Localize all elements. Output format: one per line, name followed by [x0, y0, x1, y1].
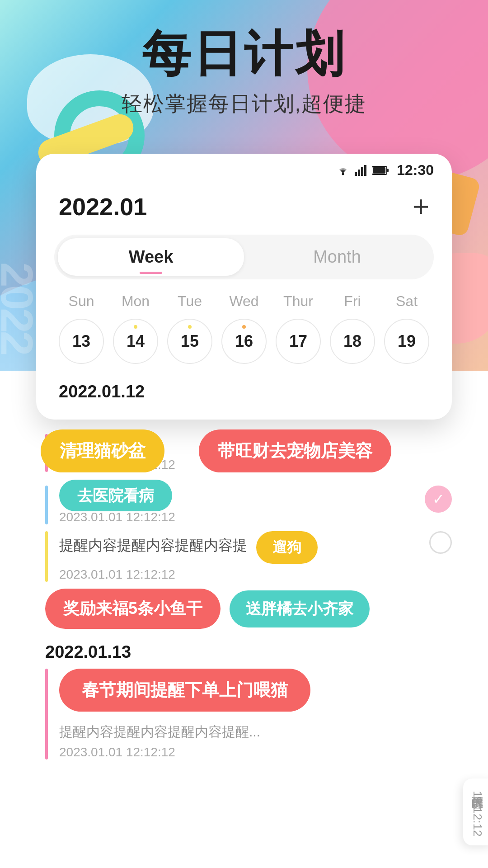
svg-rect-4	[364, 165, 366, 176]
date-15[interactable]: 15	[167, 319, 212, 364]
right-side-card: 醒内容提醒 12:12:12	[463, 778, 488, 845]
tab-month[interactable]: Month	[244, 238, 430, 276]
status-bar: 12:30	[36, 154, 452, 183]
task-item-spring: 春节期间提醒下单上门喂猫 提醒内容提醒内容提醒内容提醒... 2023.01.0…	[36, 669, 452, 760]
section-date-1: 2022.01.12	[36, 373, 452, 406]
svg-rect-7	[373, 167, 385, 174]
dot-15	[188, 325, 192, 329]
svg-rect-3	[361, 167, 363, 176]
status-time: 12:30	[397, 162, 434, 179]
signal-icon	[355, 165, 367, 176]
task-content-2: 去医院看病 2023.01.01 12:12:12	[59, 486, 416, 524]
add-event-button[interactable]: +	[413, 192, 429, 221]
tag-reward-fish[interactable]: 奖励来福5条小鱼干	[45, 589, 221, 629]
weekday-headers: Sun Mon Tue Wed Thur Fri Sat	[36, 284, 452, 314]
task-line-2	[45, 486, 48, 524]
calendar-header: 2022.01 +	[36, 183, 452, 230]
dot-14	[134, 325, 137, 329]
tag-pet-grooming[interactable]: 带旺财去宠物店美容	[199, 429, 391, 472]
tag-hospital[interactable]: 去医院看病	[59, 480, 172, 511]
calendar-tabs: Week Month	[54, 235, 434, 279]
task-line-spring	[45, 669, 48, 760]
task-content-3: 提醒内容提醒内容提醒内容提 遛狗 2023.01.01 12:12:12	[59, 531, 420, 582]
dates-row: 13 14 15 16 17 18 19	[36, 314, 452, 373]
date-18[interactable]: 18	[330, 319, 375, 364]
task-meta-3: 2023.01.01 12:12:12	[59, 567, 420, 582]
weekday-tue: Tue	[167, 293, 212, 310]
tags-row: 奖励来福5条小鱼干 送胖橘去小齐家	[36, 589, 452, 629]
task-line-3	[45, 531, 48, 582]
wifi-icon	[336, 165, 350, 176]
date-19[interactable]: 19	[384, 319, 429, 364]
hero-title: 每日计划	[0, 27, 488, 81]
hero-section: 每日计划 轻松掌握每日计划,超便捷	[0, 27, 488, 118]
tag-walk-dog[interactable]: 遛狗	[256, 531, 318, 564]
status-icons	[336, 165, 390, 176]
svg-rect-2	[358, 170, 360, 176]
phone-card: 12:30 2022.01 + Week Month Sun Mon Tue W…	[36, 154, 452, 420]
tag-send-orange[interactable]: 送胖橘去小齐家	[230, 590, 370, 627]
tab-week[interactable]: Week	[58, 238, 244, 276]
content-area: 容提醒内 2023.01.01 12:12:12 去医院看病 2023.01.0…	[36, 434, 452, 773]
task-sub-spring: 提醒内容提醒内容提醒内容提醒...	[59, 723, 452, 741]
task-content-spring: 春节期间提醒下单上门喂猫 提醒内容提醒内容提醒内容提醒... 2023.01.0…	[59, 669, 452, 760]
weekday-mon: Mon	[113, 293, 158, 310]
weekday-sun: Sun	[59, 293, 104, 310]
calendar-current-date: 2022.01	[59, 193, 147, 221]
battery-icon	[372, 165, 390, 175]
weekday-thu: Thur	[276, 293, 321, 310]
dot-16	[242, 325, 246, 329]
date-13[interactable]: 13	[59, 319, 104, 364]
date-17[interactable]: 17	[276, 319, 321, 364]
svg-rect-6	[387, 169, 389, 172]
task-check-2: ✓	[425, 486, 452, 513]
tab-underline	[140, 272, 162, 274]
hero-subtitle: 轻松掌握每日计划,超便捷	[0, 90, 488, 118]
task-item-3: 提醒内容提醒内容提醒内容提 遛狗 2023.01.01 12:12:12	[36, 531, 452, 582]
right-card-text: 醒内容提醒 12:12:12	[471, 788, 484, 836]
check-mark: ✓	[432, 491, 445, 508]
tag-clean-litter[interactable]: 清理猫砂盆	[41, 429, 164, 472]
weekday-fri: Fri	[330, 293, 375, 310]
task-title-3: 提醒内容提醒内容提醒内容提	[59, 536, 247, 556]
svg-rect-1	[355, 172, 357, 176]
date-16[interactable]: 16	[221, 319, 267, 364]
weekday-sat: Sat	[384, 293, 429, 310]
section-date-2: 2022.01.13	[36, 642, 452, 662]
task-radio-3[interactable]	[429, 531, 452, 554]
task-meta-2: 2023.01.01 12:12:12	[59, 510, 416, 524]
svg-point-0	[342, 173, 344, 175]
spring-festival-task[interactable]: 春节期间提醒下单上门喂猫	[59, 669, 310, 712]
date-14[interactable]: 14	[113, 319, 158, 364]
weekday-wed: Wed	[221, 293, 267, 310]
task-meta-spring: 2023.01.01 12:12:12	[59, 745, 452, 760]
task-item-2: 去医院看病 2023.01.01 12:12:12 ✓	[36, 486, 452, 524]
